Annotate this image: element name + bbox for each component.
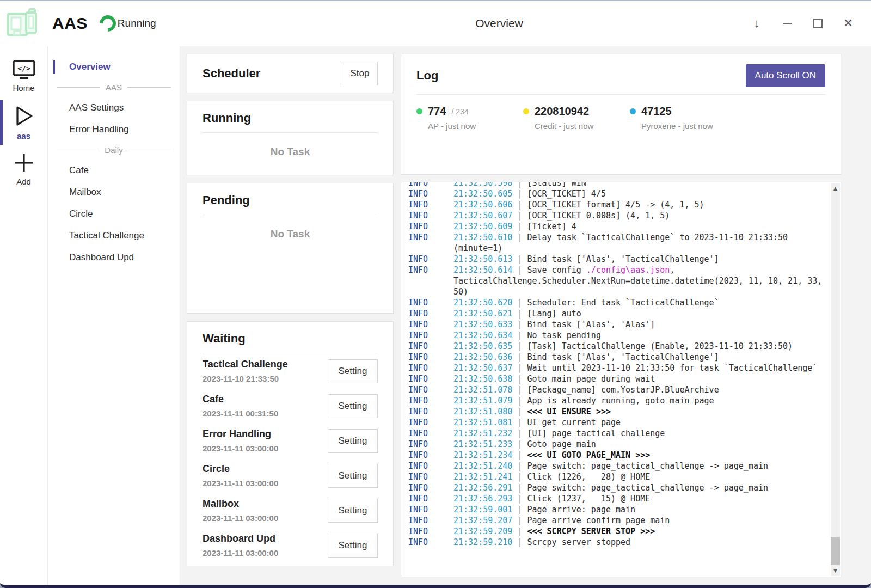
log-level: INFO: [408, 210, 428, 221]
sidebar-item-error-handling[interactable]: Error Handling: [48, 119, 180, 140]
log-level: INFO: [408, 417, 428, 428]
setting-button-error-handling[interactable]: Setting: [328, 429, 378, 453]
log-pipe: |: [512, 363, 527, 373]
log-message: [Lang] auto: [527, 309, 581, 318]
tasks-column: Scheduler Stop Running No Task Pending N…: [187, 54, 394, 577]
log-message: Scheduler: End task `TacticalChallenge`: [527, 298, 719, 308]
log-row: INFO21:32:51.081 | UI get current page: [401, 417, 829, 428]
scheduler-title: Scheduler: [203, 66, 260, 81]
log-time: 21:32:56.291: [453, 483, 512, 493]
log-row: INFO21:32:59.209 | <<< SCRCPY SERVER STO…: [401, 526, 829, 537]
close-button[interactable]: ✕: [833, 11, 863, 35]
log-time: 21:32:51.081: [453, 418, 512, 427]
log-row: INFO21:32:50.609 | [Ticket] 4: [401, 221, 829, 232]
log-message: Bind task ['Alas', 'Alas']: [527, 320, 655, 329]
scroll-up-arrow[interactable]: ▲: [831, 184, 840, 193]
sidebar-item-dashboard-upd[interactable]: Dashboard Upd: [48, 247, 180, 268]
stat-value: 220810942: [535, 105, 589, 118]
setting-button-dashboard-upd[interactable]: Setting: [328, 534, 378, 558]
main-content: Scheduler Stop Running No Task Pending N…: [180, 46, 871, 585]
log-time: 21:32:51.080: [453, 407, 512, 416]
log-time: 21:32:50.606: [453, 200, 512, 210]
log-level: INFO: [408, 319, 428, 330]
waiting-task-info: Dashboard Upd2023-11-11 03:00:00: [203, 533, 278, 558]
sidebar-menu: OverviewAASAAS SettingsError HandlingDai…: [48, 46, 180, 585]
divider-line: [127, 87, 171, 88]
rail-item-add[interactable]: Add: [0, 146, 47, 192]
log-level: INFO: [408, 537, 428, 548]
log-level: INFO: [408, 461, 428, 471]
waiting-task-name: Circle: [203, 463, 278, 475]
title-bar: AAS Running Overview ↓ ✕: [0, 1, 871, 46]
log-message: [OCR_TICKET] 4/5: [527, 189, 606, 199]
sidebar-item-circle[interactable]: Circle: [48, 203, 180, 225]
stat-dot-icon: [416, 108, 422, 114]
divider-line: [57, 87, 100, 88]
sidebar-item-overview[interactable]: Overview: [48, 56, 180, 78]
log-time: 21:32:50.609: [453, 222, 512, 231]
waiting-task-time: 2023-11-11 03:00:00: [203, 479, 278, 488]
waiting-task-name: Error Handling: [203, 428, 278, 440]
sidebar-item-mailbox[interactable]: Mailbox: [48, 181, 180, 203]
scroll-down-arrow[interactable]: ▼: [831, 566, 840, 575]
log-pipe: |: [512, 200, 527, 210]
log-scrollbar[interactable]: ▲ ▼: [831, 183, 840, 576]
auto-scroll-button[interactable]: Auto Scroll ON: [746, 64, 825, 87]
running-empty-text: No Task: [203, 133, 378, 158]
log-row: INFO21:32:50.613 | Bind task ['Alas', 'T…: [401, 254, 829, 265]
log-message: Bind task ['Alas', 'TacticalChallenge']: [527, 254, 719, 264]
app-window: AAS Running Overview ↓ ✕ </> Home: [0, 0, 871, 588]
app-body: </> Home aas Add OverviewAASAAS Setti: [0, 46, 871, 585]
setting-button-mailbox[interactable]: Setting: [328, 499, 378, 523]
log-time: 21:32:51.234: [453, 450, 512, 460]
setting-button-circle[interactable]: Setting: [328, 464, 378, 488]
download-arrow-icon: ↓: [754, 16, 760, 30]
sidebar-item-tactical-challenge[interactable]: Tactical Challenge: [48, 225, 180, 247]
log-pipe: |: [512, 494, 527, 504]
log-message: Goto main page during wait: [527, 374, 655, 384]
log-pipe: |: [512, 374, 527, 384]
log-level: INFO: [408, 188, 428, 199]
log-level: INFO: [408, 352, 428, 363]
log-pipe: |: [512, 341, 527, 351]
setting-button-cafe[interactable]: Setting: [328, 394, 378, 418]
update-button[interactable]: ↓: [741, 11, 772, 35]
log-row: INFO21:32:51.241 | Click (1226, 28) @ HO…: [401, 471, 829, 482]
minimize-button[interactable]: [772, 11, 802, 35]
stat-value: 47125: [641, 105, 672, 118]
maximize-button[interactable]: [802, 11, 833, 35]
log-level: INFO: [408, 297, 428, 308]
log-message: [OCR_TICKET format] 4/5 -> (4, 1, 5): [527, 200, 704, 210]
icon-rail: </> Home aas Add: [0, 46, 48, 585]
rail-item-aas[interactable]: aas: [0, 99, 47, 146]
log-row: INFO21:32:51.232 | [UI] page_tactical_ch…: [401, 428, 829, 439]
log-time: 21:32:50.634: [453, 330, 512, 340]
log-row: INFO21:32:51.079 | App is already runnin…: [401, 395, 829, 406]
log-level: INFO: [408, 471, 428, 482]
log-panel: Log Auto Scroll ON 774 / 234AP - just no…: [401, 54, 841, 175]
log-message: <<< SCRCPY SERVER STOP >>>: [527, 526, 655, 536]
log-row: INFO21:32:50.636 | Bind task ['Alas', 'T…: [401, 352, 829, 363]
log-title: Log: [416, 69, 438, 83]
waiting-task-info: Circle2023-11-11 03:00:00: [203, 463, 278, 488]
scroll-thumb[interactable]: [831, 537, 840, 565]
waiting-task-info: Tactical Challenge2023-11-10 21:33:50: [203, 359, 288, 383]
log-time: 21:32:51.079: [453, 396, 512, 406]
setting-button-tactical-challenge[interactable]: Setting: [328, 359, 378, 383]
log-level: INFO: [408, 341, 428, 352]
log-message: Click (1237, 15) @ HOME: [527, 494, 650, 504]
sidebar-item-cafe[interactable]: Cafe: [48, 160, 180, 181]
rail-label: aas: [17, 131, 30, 140]
plus-icon: [14, 152, 34, 173]
minimize-icon: [783, 23, 792, 24]
stat-value-row: 774 / 234: [416, 105, 523, 118]
sidebar-item-aas-settings[interactable]: AAS Settings: [48, 97, 180, 119]
code-monitor-icon: </>: [13, 60, 35, 79]
waiting-list: Tactical Challenge2023-11-10 21:33:50Set…: [203, 353, 378, 562]
stop-button[interactable]: Stop: [342, 62, 378, 85]
log-message: [Package_name] com.YostarJP.BlueArchive: [527, 385, 719, 395]
log-pipe: |: [512, 461, 527, 471]
rail-item-home[interactable]: </> Home: [0, 54, 47, 99]
log-row: INFO21:32:50.637 | Wait until 2023-11-10…: [401, 363, 829, 373]
log-level: INFO: [408, 493, 428, 504]
